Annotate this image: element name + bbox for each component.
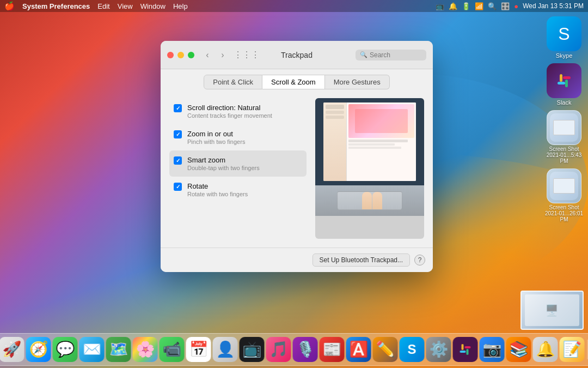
app-name[interactable]: System Preferences xyxy=(22,2,90,10)
wifi-icon: 📶 xyxy=(475,2,483,10)
menu-edit[interactable]: Edit xyxy=(97,2,109,10)
screenshot2-label: Screen Shot2021-01...26:01 PM xyxy=(544,204,584,222)
search-menubar-icon[interactable]: 🔍 xyxy=(488,2,497,10)
sidebar-app-skype[interactable]: S Skype xyxy=(547,16,581,59)
photos-icon: 🌸 xyxy=(136,342,155,357)
option-rotate[interactable]: Rotate Rotate with two fingers xyxy=(169,177,307,203)
slack-dock-icon xyxy=(458,342,473,357)
option-smart-zoom[interactable]: Smart zoom Double-tap with two fingers xyxy=(169,150,307,177)
news-icon: 📰 xyxy=(322,342,341,357)
battery-icon: 🔋 xyxy=(462,2,470,10)
option-text-scroll: Scroll direction: Natural Content tracks… xyxy=(187,104,272,119)
grid-button[interactable]: ⋮⋮⋮ xyxy=(234,49,247,62)
trackpad-window: ‹ › ⋮⋮⋮ Trackpad 🔍 Point & Click Scroll … xyxy=(161,41,433,272)
preview-thumbnail[interactable]: 🖥️ xyxy=(520,291,584,330)
dock-item-appstore[interactable]: 🅰️ xyxy=(346,337,371,362)
dock-item-contacts[interactable]: 👤 xyxy=(213,337,238,362)
dock-item-podcasts[interactable]: 🎙️ xyxy=(293,337,318,362)
checkbox-rotate[interactable] xyxy=(174,183,182,191)
appletv-icon: 📺 xyxy=(242,342,261,357)
dock-item-notif[interactable]: 🔔 xyxy=(533,337,558,362)
tab-scroll-zoom[interactable]: Scroll & Zoom xyxy=(262,75,325,89)
bluetooth-button[interactable]: Set Up Bluetooth Trackpad... xyxy=(313,254,410,267)
contacts-icon: 👤 xyxy=(216,342,235,357)
record-icon: ● xyxy=(514,2,518,10)
minimize-button[interactable] xyxy=(177,52,184,58)
back-button[interactable]: ‹ xyxy=(201,49,214,62)
search-icon: 🔍 xyxy=(360,51,367,58)
podcasts-icon: 🎙️ xyxy=(296,342,315,357)
dock-item-messages[interactable]: 💬 xyxy=(53,337,78,362)
menubar-left: 🍎 System Preferences Edit View Window He… xyxy=(4,1,188,11)
forward-button[interactable]: › xyxy=(216,49,229,62)
maximize-button[interactable] xyxy=(188,52,194,58)
notif-icon: 🔔 xyxy=(536,342,555,357)
screenshot1-icon xyxy=(547,110,581,145)
tab-more-gestures[interactable]: More Gestures xyxy=(325,75,390,89)
search-box[interactable]: 🔍 xyxy=(356,50,426,61)
messages-icon: 💬 xyxy=(56,342,75,357)
dock-item-skype[interactable]: S xyxy=(400,337,425,362)
options-list: Scroll direction: Natural Content tracks… xyxy=(169,98,307,239)
sysprefs-icon: ⚙️ xyxy=(429,342,448,357)
sidebar-app-slack[interactable]: Slack xyxy=(547,63,581,106)
dock-item-music[interactable]: 🎵 xyxy=(266,337,291,362)
dock-item-books[interactable]: 📚 xyxy=(506,337,531,362)
svg-rect-4 xyxy=(462,344,464,350)
dock-item-pen[interactable]: ✏️ xyxy=(373,337,398,362)
option-scroll-direction[interactable]: Scroll direction: Natural Content tracks… xyxy=(169,98,307,124)
sidebar-right: S Skype Slack Screen Shot2021-01. xyxy=(544,16,584,222)
dock-item-maps[interactable]: 🗺️ xyxy=(106,337,131,362)
option-subtitle-zoom: Pinch with two fingers xyxy=(187,138,245,145)
option-subtitle-scroll: Content tracks finger movement xyxy=(187,112,272,119)
dock-item-safari[interactable]: 🧭 xyxy=(26,337,51,362)
option-subtitle-smart-zoom: Double-tap with two fingers xyxy=(187,165,260,171)
preview-area xyxy=(315,98,424,239)
tab-bar: Point & Click Scroll & Zoom More Gesture… xyxy=(161,69,433,89)
slack-label: Slack xyxy=(557,99,572,106)
dock-item-launchpad[interactable]: 🚀 xyxy=(0,337,24,362)
launchpad-icon: 🚀 xyxy=(2,342,21,357)
sidebar-screenshot2[interactable]: Screen Shot2021-01...26:01 PM xyxy=(544,168,584,222)
content-area: Scroll direction: Natural Content tracks… xyxy=(161,89,433,248)
menu-window[interactable]: Window xyxy=(140,2,166,10)
facetime-icon: 📹 xyxy=(162,342,181,357)
option-title-rotate: Rotate xyxy=(187,182,248,190)
dock-item-news[interactable]: 📰 xyxy=(320,337,345,362)
slack-app-icon xyxy=(547,63,581,98)
preview-thumb-inner: 🖥️ xyxy=(522,292,583,329)
dock-item-calendar[interactable]: 📅 xyxy=(186,337,211,362)
finger1 xyxy=(362,192,372,210)
dock-item-sysprefs[interactable]: ⚙️ xyxy=(426,337,451,362)
search-input[interactable] xyxy=(370,51,422,59)
option-title-scroll: Scroll direction: Natural xyxy=(187,104,272,112)
checkbox-zoom[interactable] xyxy=(174,130,182,138)
screenshot1-label: Screen Shot2021-01...5:43 PM xyxy=(544,146,584,164)
dock-item-facetime[interactable]: 📹 xyxy=(160,337,185,362)
checkbox-smart-zoom[interactable] xyxy=(174,156,182,165)
menubar-right: 📺 🔔 🔋 📶 🔍 🎛️ ● Wed Jan 13 5:31 PM xyxy=(436,2,584,10)
sidebar-screenshot1[interactable]: Screen Shot2021-01...5:43 PM xyxy=(544,110,584,164)
notify-icon: 🔔 xyxy=(449,2,457,10)
dock-item-mail[interactable]: ✉️ xyxy=(79,337,105,362)
menu-view[interactable]: View xyxy=(118,2,133,10)
skype-dock-icon: S xyxy=(407,342,416,357)
option-zoom-in-out[interactable]: Zoom in or out Pinch with two fingers xyxy=(169,124,307,150)
window-titlebar: ‹ › ⋮⋮⋮ Trackpad 🔍 xyxy=(161,41,433,69)
skype-label: Skype xyxy=(556,52,573,59)
finger2 xyxy=(372,192,382,210)
dock-item-photos[interactable]: 🌸 xyxy=(133,337,158,362)
menu-help[interactable]: Help xyxy=(173,2,188,10)
tab-point-click[interactable]: Point & Click xyxy=(204,75,262,89)
dock-item-appletv[interactable]: 📺 xyxy=(240,337,265,362)
svg-rect-6 xyxy=(460,351,466,353)
help-button[interactable]: ? xyxy=(414,255,425,266)
option-subtitle-rotate: Rotate with two fingers xyxy=(187,191,248,197)
checkbox-scroll-direction[interactable] xyxy=(174,104,182,112)
close-button[interactable] xyxy=(167,52,174,58)
clock: Wed Jan 13 5:31 PM xyxy=(523,2,584,10)
apple-menu[interactable]: 🍎 xyxy=(4,1,15,11)
dock-item-slack[interactable] xyxy=(453,337,478,362)
dock-item-notes[interactable]: 📝 xyxy=(560,337,585,362)
dock-item-zoom[interactable]: 📷 xyxy=(480,337,505,362)
